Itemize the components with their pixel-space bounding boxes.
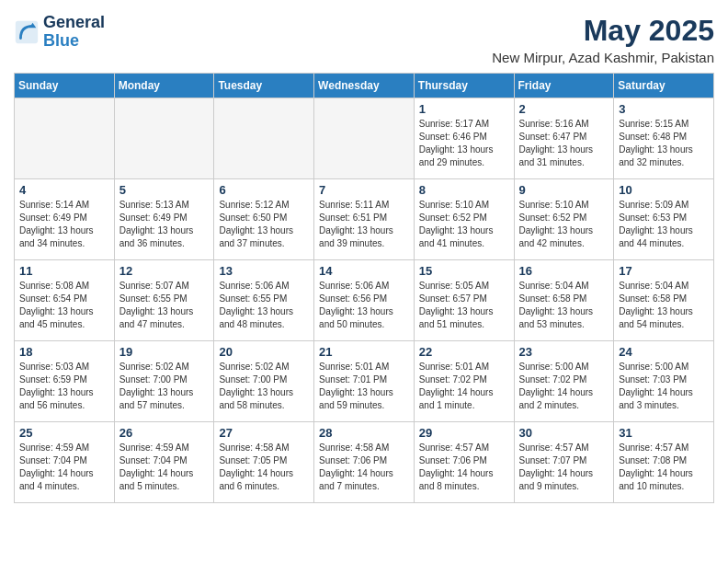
day-number: 21 — [319, 345, 409, 359]
calendar-cell: 15Sunrise: 5:05 AM Sunset: 6:57 PM Dayli… — [414, 260, 514, 341]
calendar-cell: 29Sunrise: 4:57 AM Sunset: 7:06 PM Dayli… — [414, 422, 514, 503]
week-row-5: 25Sunrise: 4:59 AM Sunset: 7:04 PM Dayli… — [15, 422, 714, 503]
day-info: Sunrise: 5:13 AM Sunset: 6:49 PM Dayligh… — [119, 199, 210, 250]
week-row-2: 4Sunrise: 5:14 AM Sunset: 6:49 PM Daylig… — [15, 179, 714, 260]
day-info: Sunrise: 5:04 AM Sunset: 6:58 PM Dayligh… — [619, 280, 709, 331]
calendar-cell: 24Sunrise: 5:00 AM Sunset: 7:03 PM Dayli… — [614, 341, 714, 422]
calendar-cell — [15, 98, 115, 179]
calendar-cell: 3Sunrise: 5:15 AM Sunset: 6:48 PM Daylig… — [614, 98, 714, 179]
day-number: 3 — [619, 102, 709, 116]
svg-rect-0 — [16, 21, 38, 43]
day-info: Sunrise: 5:09 AM Sunset: 6:53 PM Dayligh… — [619, 199, 709, 250]
day-info: Sunrise: 4:58 AM Sunset: 7:06 PM Dayligh… — [319, 442, 409, 493]
day-info: Sunrise: 5:07 AM Sunset: 6:55 PM Dayligh… — [119, 280, 210, 331]
day-info: Sunrise: 5:15 AM Sunset: 6:48 PM Dayligh… — [619, 118, 709, 169]
day-number: 25 — [19, 426, 109, 440]
logo: General Blue — [14, 14, 105, 51]
calendar-cell: 26Sunrise: 4:59 AM Sunset: 7:04 PM Dayli… — [114, 422, 214, 503]
calendar-cell: 13Sunrise: 5:06 AM Sunset: 6:55 PM Dayli… — [214, 260, 314, 341]
day-number: 12 — [119, 264, 210, 278]
calendar-cell: 23Sunrise: 5:00 AM Sunset: 7:02 PM Dayli… — [514, 341, 614, 422]
calendar-cell: 1Sunrise: 5:17 AM Sunset: 6:46 PM Daylig… — [414, 98, 514, 179]
calendar-cell — [214, 98, 314, 179]
day-number: 14 — [319, 264, 409, 278]
day-info: Sunrise: 5:10 AM Sunset: 6:52 PM Dayligh… — [519, 199, 609, 250]
day-number: 8 — [419, 183, 509, 197]
day-info: Sunrise: 5:08 AM Sunset: 6:54 PM Dayligh… — [19, 280, 109, 331]
day-number: 10 — [619, 183, 709, 197]
calendar-cell: 4Sunrise: 5:14 AM Sunset: 6:49 PM Daylig… — [15, 179, 115, 260]
day-info: Sunrise: 5:00 AM Sunset: 7:02 PM Dayligh… — [519, 361, 609, 412]
calendar-cell: 30Sunrise: 4:57 AM Sunset: 7:07 PM Dayli… — [514, 422, 614, 503]
day-info: Sunrise: 5:16 AM Sunset: 6:47 PM Dayligh… — [519, 118, 609, 169]
calendar-cell: 27Sunrise: 4:58 AM Sunset: 7:05 PM Dayli… — [214, 422, 314, 503]
calendar-cell: 5Sunrise: 5:13 AM Sunset: 6:49 PM Daylig… — [114, 179, 214, 260]
day-number: 15 — [419, 264, 509, 278]
day-info: Sunrise: 5:05 AM Sunset: 6:57 PM Dayligh… — [419, 280, 509, 331]
day-number: 4 — [19, 183, 109, 197]
col-header-wednesday: Wednesday — [314, 74, 415, 98]
day-info: Sunrise: 4:57 AM Sunset: 7:08 PM Dayligh… — [619, 442, 709, 493]
day-info: Sunrise: 5:04 AM Sunset: 6:58 PM Dayligh… — [519, 280, 609, 331]
col-header-friday: Friday — [514, 74, 614, 98]
calendar-cell: 17Sunrise: 5:04 AM Sunset: 6:58 PM Dayli… — [614, 260, 714, 341]
calendar-cell: 18Sunrise: 5:03 AM Sunset: 6:59 PM Dayli… — [15, 341, 115, 422]
week-row-4: 18Sunrise: 5:03 AM Sunset: 6:59 PM Dayli… — [15, 341, 714, 422]
col-header-sunday: Sunday — [15, 74, 115, 98]
calendar-cell: 21Sunrise: 5:01 AM Sunset: 7:01 PM Dayli… — [314, 341, 415, 422]
day-number: 18 — [19, 345, 109, 359]
day-info: Sunrise: 4:57 AM Sunset: 7:06 PM Dayligh… — [419, 442, 509, 493]
day-number: 11 — [19, 264, 109, 278]
logo-icon — [14, 19, 40, 45]
day-number: 1 — [419, 102, 509, 116]
col-header-thursday: Thursday — [414, 74, 514, 98]
day-info: Sunrise: 5:11 AM Sunset: 6:51 PM Dayligh… — [319, 199, 409, 250]
calendar-cell: 10Sunrise: 5:09 AM Sunset: 6:53 PM Dayli… — [614, 179, 714, 260]
logo-line1: General — [43, 14, 105, 32]
day-number: 6 — [219, 183, 309, 197]
day-info: Sunrise: 5:00 AM Sunset: 7:03 PM Dayligh… — [619, 361, 709, 412]
day-info: Sunrise: 4:58 AM Sunset: 7:05 PM Dayligh… — [219, 442, 309, 493]
day-info: Sunrise: 4:57 AM Sunset: 7:07 PM Dayligh… — [519, 442, 609, 493]
day-number: 23 — [519, 345, 609, 359]
calendar-cell: 11Sunrise: 5:08 AM Sunset: 6:54 PM Dayli… — [15, 260, 115, 341]
month-title: May 2025 — [492, 14, 714, 48]
day-number: 7 — [319, 183, 409, 197]
week-row-3: 11Sunrise: 5:08 AM Sunset: 6:54 PM Dayli… — [15, 260, 714, 341]
day-number: 31 — [619, 426, 709, 440]
day-info: Sunrise: 4:59 AM Sunset: 7:04 PM Dayligh… — [19, 442, 109, 493]
day-number: 30 — [519, 426, 609, 440]
calendar-cell: 22Sunrise: 5:01 AM Sunset: 7:02 PM Dayli… — [414, 341, 514, 422]
header-row: SundayMondayTuesdayWednesdayThursdayFrid… — [15, 74, 714, 98]
day-info: Sunrise: 5:02 AM Sunset: 7:00 PM Dayligh… — [119, 361, 210, 412]
calendar-cell: 28Sunrise: 4:58 AM Sunset: 7:06 PM Dayli… — [314, 422, 415, 503]
calendar-cell: 9Sunrise: 5:10 AM Sunset: 6:52 PM Daylig… — [514, 179, 614, 260]
day-number: 17 — [619, 264, 709, 278]
calendar-cell: 8Sunrise: 5:10 AM Sunset: 6:52 PM Daylig… — [414, 179, 514, 260]
day-number: 22 — [419, 345, 509, 359]
calendar-cell: 2Sunrise: 5:16 AM Sunset: 6:47 PM Daylig… — [514, 98, 614, 179]
day-number: 28 — [319, 426, 409, 440]
day-info: Sunrise: 5:01 AM Sunset: 7:02 PM Dayligh… — [419, 361, 509, 412]
logo-line2: Blue — [43, 32, 105, 51]
day-number: 29 — [419, 426, 509, 440]
day-info: Sunrise: 5:06 AM Sunset: 6:55 PM Dayligh… — [219, 280, 309, 331]
day-info: Sunrise: 5:10 AM Sunset: 6:52 PM Dayligh… — [419, 199, 509, 250]
col-header-tuesday: Tuesday — [214, 74, 314, 98]
location-subtitle: New Mirpur, Azad Kashmir, Pakistan — [492, 50, 714, 65]
calendar-cell: 16Sunrise: 5:04 AM Sunset: 6:58 PM Dayli… — [514, 260, 614, 341]
day-number: 24 — [619, 345, 709, 359]
calendar-cell — [114, 98, 214, 179]
calendar-cell: 7Sunrise: 5:11 AM Sunset: 6:51 PM Daylig… — [314, 179, 415, 260]
day-number: 13 — [219, 264, 309, 278]
calendar-cell: 20Sunrise: 5:02 AM Sunset: 7:00 PM Dayli… — [214, 341, 314, 422]
day-info: Sunrise: 5:14 AM Sunset: 6:49 PM Dayligh… — [19, 199, 109, 250]
day-info: Sunrise: 5:01 AM Sunset: 7:01 PM Dayligh… — [319, 361, 409, 412]
calendar-cell: 25Sunrise: 4:59 AM Sunset: 7:04 PM Dayli… — [15, 422, 115, 503]
day-number: 27 — [219, 426, 309, 440]
title-block: May 2025 New Mirpur, Azad Kashmir, Pakis… — [492, 14, 714, 65]
day-number: 9 — [519, 183, 609, 197]
day-info: Sunrise: 5:06 AM Sunset: 6:56 PM Dayligh… — [319, 280, 409, 331]
calendar-table: SundayMondayTuesdayWednesdayThursdayFrid… — [14, 73, 714, 503]
calendar-cell: 6Sunrise: 5:12 AM Sunset: 6:50 PM Daylig… — [214, 179, 314, 260]
